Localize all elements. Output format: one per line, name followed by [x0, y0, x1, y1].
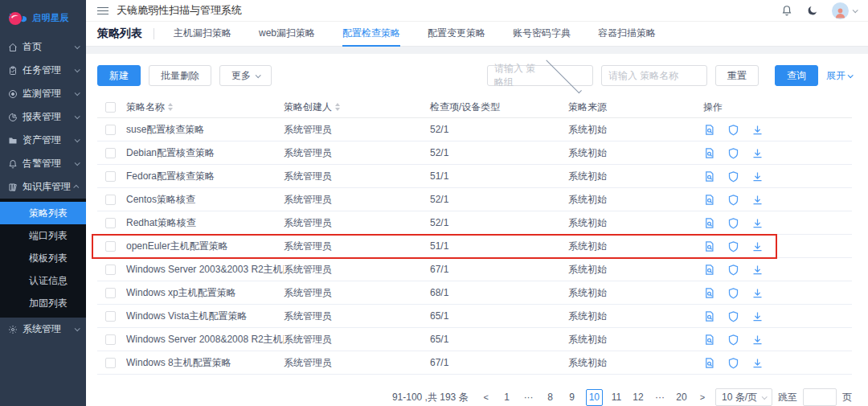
- sidebar-item-alerts[interactable]: 告警管理: [0, 152, 86, 175]
- sidebar-subitem-policy-list[interactable]: 策略列表: [0, 202, 86, 224]
- download-icon[interactable]: [751, 334, 764, 346]
- row-checkbox[interactable]: [105, 148, 116, 158]
- cell-check-items: 52/1: [430, 194, 568, 205]
- row-checkbox[interactable]: [105, 265, 116, 275]
- policy-name-input[interactable]: [608, 70, 700, 81]
- file-search-icon[interactable]: [703, 240, 715, 252]
- jump-page-input[interactable]: [803, 388, 837, 406]
- sidebar-item-tasks[interactable]: 任务管理: [0, 59, 86, 82]
- file-search-icon[interactable]: [703, 147, 715, 159]
- brand-logo[interactable]: 启明星辰: [0, 0, 86, 35]
- page-number[interactable]: 9: [564, 389, 580, 406]
- page-number[interactable]: 8: [542, 389, 559, 406]
- row-checkbox[interactable]: [105, 311, 116, 322]
- shield-icon[interactable]: [727, 217, 739, 229]
- file-search-icon[interactable]: [703, 334, 715, 346]
- row-checkbox[interactable]: [105, 334, 116, 345]
- expand-link[interactable]: 展开: [826, 69, 852, 83]
- row-checkbox[interactable]: [105, 195, 116, 205]
- tab-web-scan-policy[interactable]: web漏扫策略: [259, 22, 315, 47]
- sidebar-item-knowledge[interactable]: 知识库管理: [0, 175, 86, 199]
- new-button[interactable]: 新建: [97, 65, 141, 86]
- page-number[interactable]: 1: [499, 389, 515, 406]
- page-ellipsis[interactable]: ···: [521, 389, 537, 406]
- shield-icon[interactable]: [727, 194, 739, 206]
- download-icon[interactable]: [751, 240, 764, 252]
- row-checkbox[interactable]: [105, 241, 116, 252]
- file-search-icon[interactable]: [703, 170, 715, 182]
- moon-icon[interactable]: [806, 4, 819, 17]
- file-search-icon[interactable]: [703, 287, 715, 299]
- page-number[interactable]: 11: [608, 389, 624, 406]
- sort-icon[interactable]: [168, 103, 173, 111]
- tab-account-password-dict[interactable]: 账号密码字典: [513, 22, 571, 47]
- row-checkbox[interactable]: [105, 218, 116, 228]
- brand-logo-text: 启明星辰: [32, 12, 69, 24]
- file-search-icon[interactable]: [703, 357, 715, 369]
- app-title: 天镜脆弱性扫描与管理系统: [117, 3, 242, 18]
- cell-creator: 系统管理员: [284, 286, 430, 300]
- hamburger-menu-icon[interactable]: [97, 7, 108, 14]
- file-search-icon[interactable]: [703, 124, 715, 136]
- shield-icon[interactable]: [727, 147, 739, 159]
- sidebar-item-assets[interactable]: 资产管理: [0, 129, 86, 152]
- sidebar-subitem-port-list[interactable]: 端口列表: [0, 224, 86, 247]
- tab-host-scan-policy[interactable]: 主机漏扫策略: [174, 22, 231, 47]
- shield-icon[interactable]: [727, 310, 739, 322]
- reset-button[interactable]: 重置: [715, 65, 759, 86]
- cell-source: 系统初始: [568, 263, 703, 277]
- cell-check-items: 51/1: [430, 170, 568, 182]
- page-number[interactable]: 12: [630, 389, 646, 406]
- row-checkbox[interactable]: [105, 171, 116, 182]
- bell-icon[interactable]: [780, 4, 793, 17]
- download-icon[interactable]: [751, 124, 764, 136]
- batch-delete-button[interactable]: 批量删除: [149, 65, 211, 86]
- shield-icon[interactable]: [727, 287, 739, 299]
- download-icon[interactable]: [751, 357, 764, 369]
- policy-group-select[interactable]: 请输入 策略组: [487, 65, 593, 86]
- page-number-current[interactable]: 10: [586, 389, 603, 406]
- download-icon[interactable]: [751, 170, 764, 182]
- tab-config-change-policy[interactable]: 配置变更策略: [428, 22, 485, 47]
- row-checkbox[interactable]: [105, 125, 116, 135]
- download-icon[interactable]: [751, 264, 764, 276]
- page-ellipsis[interactable]: ···: [652, 389, 668, 406]
- shield-icon[interactable]: [727, 170, 739, 182]
- search-button[interactable]: 查询: [775, 65, 818, 86]
- sidebar-subitem-hardening-list[interactable]: 加固列表: [0, 292, 86, 314]
- sidebar-item-reports[interactable]: 报表管理: [0, 105, 86, 129]
- shield-icon[interactable]: [727, 357, 739, 369]
- sidebar-item-system[interactable]: 系统管理: [0, 318, 86, 341]
- download-icon[interactable]: [751, 287, 764, 299]
- select-all-checkbox[interactable]: [105, 102, 116, 113]
- knowledge-submenu: 策略列表 端口列表 模板列表 认证信息 加固列表: [0, 199, 86, 318]
- next-page-button[interactable]: >: [695, 392, 710, 402]
- file-search-icon[interactable]: [703, 217, 715, 229]
- sidebar-subitem-auth-info[interactable]: 认证信息: [0, 269, 86, 292]
- shield-icon[interactable]: [727, 124, 739, 136]
- prev-page-button[interactable]: <: [479, 392, 493, 402]
- user-menu[interactable]: [832, 2, 857, 19]
- sort-icon[interactable]: [335, 103, 340, 111]
- shield-icon[interactable]: [727, 240, 739, 252]
- file-search-icon[interactable]: [703, 194, 715, 206]
- sidebar-subitem-template-list[interactable]: 模板列表: [0, 247, 86, 269]
- tab-config-check-policy[interactable]: 配置检查策略: [342, 22, 400, 47]
- file-search-icon[interactable]: [703, 264, 715, 276]
- shield-icon[interactable]: [727, 334, 739, 346]
- page-size-select[interactable]: 10 条/页: [715, 388, 772, 406]
- shield-icon[interactable]: [727, 264, 739, 276]
- page-jump: 跳至 页: [778, 388, 852, 406]
- more-button[interactable]: 更多: [219, 65, 272, 86]
- sidebar-item-monitoring[interactable]: 监测管理: [0, 82, 86, 105]
- download-icon[interactable]: [751, 194, 764, 206]
- page-number[interactable]: 20: [674, 389, 690, 406]
- download-icon[interactable]: [751, 147, 764, 159]
- file-search-icon[interactable]: [703, 310, 715, 322]
- download-icon[interactable]: [751, 310, 764, 322]
- download-icon[interactable]: [751, 217, 764, 229]
- tab-container-scan-policy[interactable]: 容器扫描策略: [598, 22, 656, 47]
- row-checkbox[interactable]: [105, 358, 116, 368]
- row-checkbox[interactable]: [105, 288, 116, 298]
- sidebar-item-home[interactable]: 首页: [0, 35, 86, 59]
